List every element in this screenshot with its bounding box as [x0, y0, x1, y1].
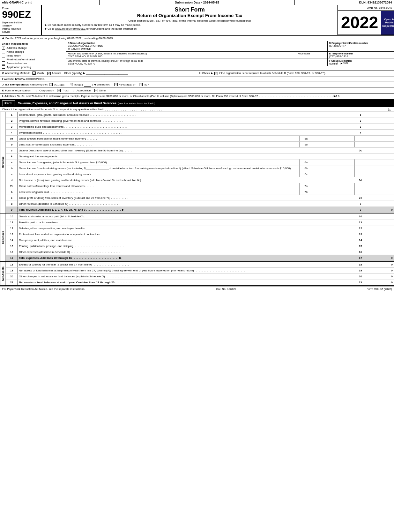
h-check: Check ▶ — [202, 72, 213, 75]
j-4947-checkbox[interactable]: ○ — [114, 83, 118, 86]
row-value — [366, 148, 394, 153]
dept-line2: Treasury — [2, 24, 39, 27]
form-number-block: Form 990EZ Department of the Treasury In… — [0, 5, 42, 35]
row-value: 0 — [366, 274, 394, 279]
dln-number: DLN: 93492136072094 — [295, 0, 394, 5]
part1-schedule-o-checkbox[interactable]: ○ — [388, 108, 391, 111]
section-i: I Website: ▶WWW.CCDOSP.ORG — [0, 76, 394, 82]
line-number: 10 — [355, 213, 366, 219]
section-a-text: For the 2022 calendar year, or tax year … — [6, 37, 113, 40]
row-number: 10 — [6, 213, 17, 219]
table-row: 3Membership dues and assessments . . . .… — [6, 124, 394, 130]
j-note: (check only one): — [30, 83, 49, 86]
check-line-text: Check if the organization used Schedule … — [2, 108, 387, 111]
subtitle: Under section 501(c), 527, or 4947(a)(1)… — [45, 19, 335, 22]
address-change-label: Address change — [7, 46, 27, 50]
sub-value — [313, 136, 355, 141]
g-accrual: ☑ Accrual — [47, 72, 62, 75]
application-pending-label: Application pending — [7, 66, 31, 69]
line-number: 5c — [355, 148, 366, 153]
row-value — [366, 231, 394, 237]
value-spacer — [366, 183, 394, 189]
row-value — [366, 219, 394, 225]
row-value — [366, 112, 394, 118]
center-header: Short Form Return of Organization Exempt… — [42, 5, 338, 35]
table-row: 10Grants and similar amounts paid (list … — [6, 213, 394, 219]
row-value — [366, 213, 394, 219]
address-cell: Number and street (or P. O. box, if mail… — [66, 52, 296, 59]
k-assoc-checkbox[interactable]: ○ — [72, 89, 75, 92]
k-corp-checkbox[interactable]: ○ — [35, 89, 38, 92]
k-other-checkbox[interactable]: ○ — [94, 89, 97, 92]
table-row: 21Net assets or fund balances at end of … — [6, 279, 394, 285]
address-change-checkbox[interactable] — [2, 46, 5, 50]
application-pending-checkbox[interactable] — [2, 65, 5, 69]
table-row: 19Net assets or fund balances at beginni… — [6, 268, 394, 274]
j-527-checkbox[interactable]: ○ — [140, 83, 143, 86]
sub-line-number: 6c — [299, 171, 313, 177]
row-description: Total expenses. Add lines 10 through 16 … — [17, 255, 355, 261]
group-number: Number ▶ 0928 — [329, 62, 393, 65]
section-b-container: Check if applicable: Address change Name… — [0, 41, 394, 70]
line-number: 6d — [355, 177, 366, 183]
j-501c3: 501(c)(3) — [54, 83, 65, 86]
row-description: Gross sales of inventory, less returns a… — [17, 183, 299, 189]
org-name2-value: % JAMES WAYNE — [68, 47, 326, 51]
row-description: Gross amount from sale of assets other t… — [17, 136, 299, 141]
value-spacer — [366, 171, 394, 177]
cash-checkbox[interactable]: ○ — [32, 72, 36, 75]
row-number: 20 — [6, 274, 17, 279]
value-spacer — [366, 142, 394, 147]
row-description: Program service revenue including govern… — [17, 118, 355, 123]
final-return-label: Final return/terminated — [7, 58, 35, 61]
city-label: City or town, state or province, country… — [68, 60, 326, 62]
section-g-h: G Accounting Method: ○ Cash ☑ Accrual Ot… — [0, 70, 394, 76]
row-description: Salaries, other compensation, and employ… — [17, 225, 355, 231]
row-description: Less: direct expenses from gaming and fu… — [17, 171, 299, 177]
row-value: 0 — [366, 255, 394, 261]
h-checkbox[interactable]: ☑ — [214, 72, 217, 75]
phone-value: (727) 893-1314 — [329, 55, 393, 58]
initial-return-row: Initial return — [2, 54, 64, 57]
accrual-checkbox[interactable]: ☑ — [47, 72, 51, 75]
k-corp: ○ Corporation — [34, 89, 55, 92]
notice1: ▶ Do not enter social security numbers o… — [45, 23, 335, 27]
check-label: Check if applicable: — [2, 42, 64, 45]
main-header: Form 990EZ Department of the Treasury In… — [0, 5, 394, 36]
initial-return-checkbox[interactable] — [2, 54, 5, 57]
table-row: 16Other expenses (describe in Schedule O… — [6, 249, 394, 255]
sub-line-number: 6b — [299, 165, 313, 171]
final-return-checkbox[interactable] — [2, 58, 5, 61]
row-number: 15 — [6, 243, 17, 249]
row-number: 3 — [6, 124, 17, 129]
j-501c-checkbox[interactable]: ○ — [70, 83, 73, 86]
submission-text: Submission Date - 2024-05-15 — [175, 1, 219, 4]
name-change-row: Name change — [2, 50, 64, 53]
row-number: c — [6, 148, 17, 153]
row-value — [366, 225, 394, 231]
row-value — [366, 243, 394, 249]
row-value — [366, 201, 394, 207]
row-number: c — [6, 171, 17, 177]
name-change-checkbox[interactable] — [2, 50, 5, 53]
amended-return-checkbox[interactable] — [2, 61, 5, 65]
row-description: Professional fees and other payments to … — [17, 231, 355, 237]
d-label: D Employer identification number — [329, 42, 393, 44]
row-description: Gross income from fundraising events (no… — [17, 165, 299, 171]
table-row: 7aGross sales of inventory, less returns… — [6, 183, 394, 189]
open-line1: Open to — [384, 18, 394, 21]
k-trust-checkbox[interactable]: ☑ — [58, 89, 61, 92]
f-label: F Group Exemption — [329, 60, 393, 62]
g-other: Other (specify) ▶ — [64, 72, 85, 75]
row-value — [366, 177, 394, 183]
expenses-section: Expenses 10Grants and similar amounts pa… — [0, 213, 394, 262]
j-501c3-checkbox[interactable]: ☑ — [50, 83, 53, 86]
table-row: 13Professional fees and other payments t… — [6, 231, 394, 237]
h-desc: if the organization is not required to a… — [219, 72, 326, 75]
part1-subtitle: (see the instructions for Part I) — [118, 102, 155, 105]
row-value — [366, 118, 394, 123]
k-trust: ☑ Trust — [57, 89, 69, 92]
value-spacer — [366, 189, 394, 195]
line-spacer — [355, 159, 366, 165]
value-spacer — [366, 136, 394, 141]
